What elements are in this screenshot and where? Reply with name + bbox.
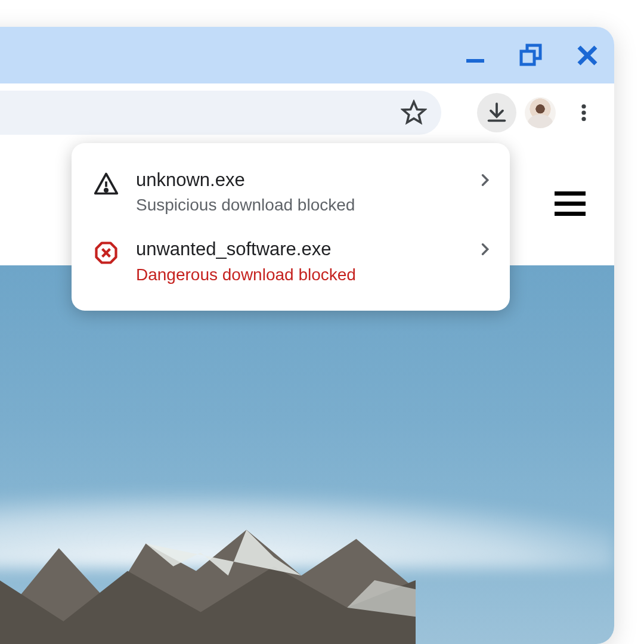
download-status: Dangerous download blocked bbox=[136, 265, 460, 284]
downloads-button[interactable] bbox=[477, 93, 516, 132]
address-bar[interactable] bbox=[0, 91, 441, 135]
downloads-popup: unknown.exe Suspicious download blocked … bbox=[72, 143, 510, 311]
download-item-suspicious[interactable]: unknown.exe Suspicious download blocked bbox=[72, 157, 510, 227]
svg-point-8 bbox=[581, 104, 586, 109]
close-button[interactable] bbox=[571, 39, 603, 72]
titlebar bbox=[0, 27, 614, 83]
svg-point-9 bbox=[581, 110, 586, 114]
browser-menu-button[interactable] bbox=[564, 93, 603, 132]
star-icon[interactable] bbox=[401, 100, 427, 126]
minimize-button[interactable] bbox=[459, 39, 491, 72]
download-filename: unwanted_software.exe bbox=[136, 237, 460, 261]
page-menu-button[interactable] bbox=[555, 191, 586, 216]
hamburger-icon bbox=[555, 191, 586, 196]
download-item-dangerous[interactable]: unwanted_software.exe Dangerous download… bbox=[72, 227, 510, 296]
more-vert-icon bbox=[573, 102, 595, 123]
profile-avatar[interactable] bbox=[525, 97, 556, 128]
restore-icon bbox=[519, 44, 543, 67]
block-octagon-icon bbox=[93, 240, 119, 266]
svg-point-18 bbox=[105, 189, 107, 191]
browser-window bbox=[0, 27, 614, 644]
download-status: Suspicious download blocked bbox=[136, 196, 460, 215]
minimize-icon bbox=[464, 44, 487, 67]
download-icon bbox=[485, 101, 509, 125]
svg-marker-5 bbox=[403, 102, 425, 123]
svg-point-10 bbox=[581, 117, 586, 121]
hero-image bbox=[0, 265, 614, 644]
warning-triangle-icon bbox=[93, 171, 119, 197]
toolbar bbox=[0, 83, 614, 142]
close-icon bbox=[575, 44, 599, 67]
chevron-right-icon bbox=[476, 241, 493, 258]
mountain-illustration bbox=[0, 425, 416, 644]
download-filename: unknown.exe bbox=[136, 168, 460, 192]
restore-button[interactable] bbox=[515, 39, 547, 72]
chevron-right-icon bbox=[476, 172, 493, 188]
svg-rect-2 bbox=[521, 51, 534, 64]
